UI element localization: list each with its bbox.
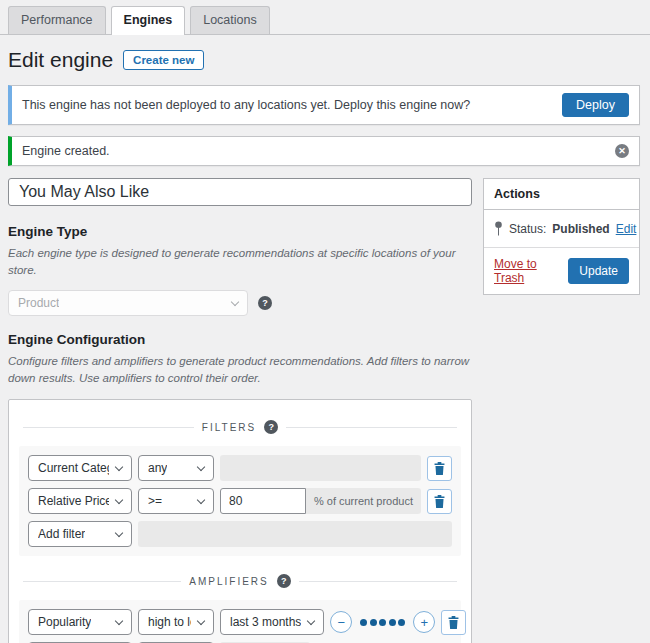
delete-amplifier-button[interactable]: [441, 610, 466, 635]
divider-line: [299, 581, 457, 582]
select-value: Current Category: [38, 461, 109, 475]
select-value: high to low: [148, 615, 191, 629]
filter-operator-select[interactable]: any: [138, 455, 214, 481]
amplifiers-help-icon[interactable]: ?: [277, 574, 291, 588]
select-value: Add filter: [38, 527, 85, 541]
chevron-down-icon: [307, 617, 315, 625]
engine-type-help-icon[interactable]: ?: [258, 296, 272, 310]
create-new-button[interactable]: Create new: [123, 50, 204, 70]
select-value: Popularity: [38, 615, 91, 629]
chevron-down-icon: [231, 297, 239, 305]
chevron-down-icon: [197, 496, 205, 504]
delete-filter-button[interactable]: [427, 456, 452, 481]
filters-section-header: FILTERS ?: [23, 420, 457, 434]
filter-row: Relative Price >= % of current product: [28, 488, 452, 514]
amplifiers-section-label: AMPLIFIERS: [189, 576, 268, 587]
pushpin-icon: [494, 221, 503, 236]
select-value: last 3 months: [230, 615, 301, 629]
update-button[interactable]: Update: [568, 258, 629, 284]
amplifier-field-select[interactable]: Popularity: [28, 609, 132, 635]
chevron-down-icon: [115, 529, 123, 537]
chevron-down-icon: [197, 463, 205, 471]
trash-icon: [448, 616, 459, 629]
chevron-down-icon: [115, 496, 123, 504]
chevron-down-icon: [115, 463, 123, 471]
status-value: Published: [552, 222, 609, 236]
engine-type-select: Product: [8, 290, 248, 316]
weight-dot-on: [370, 619, 377, 626]
weight-dot-on: [398, 619, 405, 626]
chevron-down-icon: [197, 617, 205, 625]
increase-weight-button[interactable]: +: [413, 611, 435, 633]
delete-filter-button[interactable]: [427, 489, 452, 514]
tab-performance[interactable]: Performance: [8, 6, 106, 34]
filter-row: Current Category any: [28, 455, 452, 481]
engine-name-input[interactable]: [8, 178, 472, 206]
actions-box: Actions Status: Published Edit Move to T…: [483, 178, 640, 295]
trash-icon: [434, 495, 445, 508]
amplifiers-section-header: AMPLIFIERS ?: [23, 574, 457, 588]
engine-type-heading: Engine Type: [8, 224, 472, 239]
divider-line: [23, 581, 181, 582]
weight-dot-on: [389, 619, 396, 626]
filter-value-suffix: % of current product: [306, 488, 421, 514]
select-value: >=: [148, 494, 162, 508]
filter-field-select[interactable]: Current Category: [28, 455, 132, 481]
engine-config-description: Configure filters and amplifiers to gene…: [8, 353, 472, 388]
disabled-value-field: [220, 455, 421, 481]
filter-operator-select[interactable]: >=: [138, 488, 214, 514]
status-row: Status: Published Edit: [484, 210, 639, 247]
page-header: Edit engine Create new: [0, 35, 650, 76]
engine-type-description: Each engine type is designed to generate…: [8, 245, 472, 280]
engine-type-select-value: Product: [18, 296, 59, 310]
engine-config-heading: Engine Configuration: [8, 332, 472, 347]
deploy-notice: This engine has not been deployed to any…: [8, 85, 640, 125]
main-content: Engine Type Each engine type is designed…: [0, 166, 650, 643]
right-column: Actions Status: Published Edit Move to T…: [483, 178, 640, 295]
engine-config-card: FILTERS ? Current Category any: [8, 399, 472, 643]
actions-footer: Move to Trash Update: [484, 247, 639, 294]
dismiss-icon[interactable]: ✕: [615, 144, 629, 158]
add-filter-select[interactable]: Add filter: [28, 521, 132, 547]
decrease-weight-button[interactable]: −: [330, 611, 352, 633]
deploy-notice-text: This engine has not been deployed to any…: [22, 98, 470, 112]
move-to-trash-link[interactable]: Move to Trash: [494, 257, 568, 285]
amplifiers-panel: Popularity high to low last 3 months − +: [19, 600, 461, 643]
amplifier-option-select[interactable]: last 3 months: [220, 609, 324, 635]
amplifier-row: Popularity high to low last 3 months − +: [28, 609, 452, 635]
divider-line: [286, 427, 457, 428]
weight-dot-on: [379, 619, 386, 626]
success-notice: Engine created. ✕: [8, 136, 640, 166]
divider-line: [23, 427, 194, 428]
weight-dot-on: [360, 619, 367, 626]
edit-status-link[interactable]: Edit: [616, 222, 637, 236]
amplifier-order-select[interactable]: high to low: [138, 609, 214, 635]
tab-locations[interactable]: Locations: [190, 6, 270, 34]
filter-value-input[interactable]: [220, 488, 306, 514]
disabled-value-field: [138, 521, 452, 547]
select-value: Relative Price: [38, 494, 109, 508]
left-column: Engine Type Each engine type is designed…: [8, 178, 472, 643]
status-label: Status:: [509, 222, 546, 236]
actions-title: Actions: [484, 179, 639, 210]
filter-field-select[interactable]: Relative Price: [28, 488, 132, 514]
chevron-down-icon: [115, 617, 123, 625]
tab-bar: Performance Engines Locations: [0, 0, 650, 35]
weight-dots: [358, 619, 407, 626]
success-notice-text: Engine created.: [22, 144, 110, 158]
filters-section-label: FILTERS: [202, 422, 256, 433]
trash-icon: [434, 462, 445, 475]
deploy-button[interactable]: Deploy: [562, 93, 629, 117]
select-value: any: [148, 461, 167, 475]
filters-help-icon[interactable]: ?: [264, 420, 278, 434]
filters-panel: Current Category any: [19, 446, 461, 556]
tab-engines[interactable]: Engines: [111, 6, 186, 35]
add-filter-row: Add filter: [28, 521, 452, 547]
page-title: Edit engine: [8, 48, 113, 72]
